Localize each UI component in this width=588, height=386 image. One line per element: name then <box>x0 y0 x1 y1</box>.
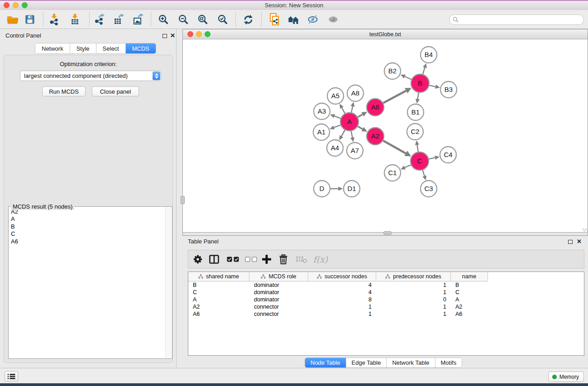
table-row[interactable]: A2connector11A2 <box>188 303 584 310</box>
tab-network[interactable]: Network <box>35 43 70 53</box>
save-session-button[interactable] <box>22 11 38 28</box>
deselect-all-button[interactable] <box>244 250 258 268</box>
refresh-layout-button[interactable] <box>240 11 256 28</box>
graph-node-C[interactable]: C <box>411 152 429 170</box>
table-settings-button[interactable] <box>191 250 204 268</box>
zoom-fit-button[interactable] <box>195 11 211 28</box>
tab-network-table[interactable]: Network Table <box>387 358 435 367</box>
memory-button[interactable]: Memory <box>548 372 584 382</box>
zoom-in-button[interactable] <box>155 11 172 28</box>
graph-node-A8[interactable]: A8 <box>347 85 363 101</box>
close-panel-button[interactable]: Close panel <box>92 86 139 96</box>
graph-edge-A-A1[interactable] <box>334 125 341 127</box>
graph-node-A1[interactable]: A1 <box>313 124 330 140</box>
task-history-button[interactable] <box>5 371 18 381</box>
graph-edge-A2-C[interactable] <box>383 141 406 153</box>
delete-table-button[interactable] <box>295 250 308 268</box>
graph-node-A[interactable]: A <box>340 113 359 131</box>
export-table-button[interactable] <box>110 11 127 28</box>
tab-select[interactable]: Select <box>96 43 126 53</box>
show-columns-button[interactable] <box>208 250 220 268</box>
zoom-out-button[interactable] <box>175 11 191 28</box>
tab-mcds[interactable]: MCDS <box>126 43 156 53</box>
graph-node-D[interactable]: D <box>314 181 330 197</box>
graph-node-C4[interactable]: C4 <box>440 147 456 163</box>
node-table[interactable]: shared nameMCDS rolesuccessor nodesprede… <box>188 272 584 356</box>
tab-node-table[interactable]: Node Table <box>305 358 346 367</box>
add-column-button[interactable] <box>260 250 273 268</box>
table-row[interactable]: Bdominator41B <box>188 281 584 289</box>
import-table-button[interactable] <box>67 11 83 28</box>
float-panel-icon[interactable] <box>163 34 167 38</box>
graph-edge-A-A6[interactable] <box>358 114 363 117</box>
tab-style[interactable]: Style <box>70 43 96 53</box>
graph-edge-A-A7[interactable] <box>351 131 353 138</box>
graph-node-B1[interactable]: B1 <box>407 104 424 120</box>
network-vertical-scrollbar[interactable] <box>181 196 185 204</box>
mcds-result-item[interactable]: A <box>11 215 170 223</box>
home-button[interactable] <box>285 11 301 28</box>
graph-edge-C-C3[interactable] <box>423 170 425 176</box>
graph-node-B4[interactable]: B4 <box>421 47 437 63</box>
graph-edge-B-B2[interactable] <box>405 76 411 80</box>
table-row[interactable]: Cdominator41C <box>188 289 584 296</box>
network-horizontal-scrollbar[interactable] <box>383 231 392 235</box>
column-header-name[interactable]: name <box>451 272 488 281</box>
graph-edge-C-C2[interactable] <box>417 145 418 152</box>
graph-edge-A-A8[interactable] <box>351 106 353 112</box>
result-scrollbar[interactable] <box>165 207 172 358</box>
import-network-button[interactable] <box>46 11 62 28</box>
graph-node-A2[interactable]: A2 <box>367 128 384 145</box>
graph-node-D1[interactable]: D1 <box>344 181 360 197</box>
column-header-shared-name[interactable]: shared name <box>188 272 249 281</box>
table-row[interactable]: Adominator80A <box>188 296 584 303</box>
export-network-button[interactable] <box>91 11 108 28</box>
graph-edge-A-A5[interactable] <box>342 108 345 114</box>
graph-node-C1[interactable]: C1 <box>384 165 401 181</box>
graph-edge-A6-B[interactable] <box>383 91 406 103</box>
graph-node-A5[interactable]: A5 <box>327 88 344 104</box>
column-header-predecessor-nodes[interactable]: predecessor nodes <box>376 272 451 281</box>
search-field[interactable] <box>449 14 584 25</box>
tab-edge-table[interactable]: Edge Table <box>346 358 387 367</box>
hide-selected-button[interactable] <box>305 11 321 28</box>
zoom-selected-button[interactable] <box>215 11 231 28</box>
function-builder-button[interactable]: f(x) <box>311 250 330 268</box>
graph-edge-A-A3[interactable] <box>335 116 341 118</box>
resize-grip-icon[interactable] <box>583 227 588 232</box>
graph-node-C3[interactable]: C3 <box>421 181 437 197</box>
graph-node-A7[interactable]: A7 <box>347 143 363 159</box>
graph-edge-A-A2[interactable] <box>358 126 363 129</box>
graph-edge-C-C4[interactable] <box>429 157 435 159</box>
graph-node-B2[interactable]: B2 <box>384 63 401 79</box>
close-panel-icon[interactable]: ✕ <box>170 33 175 38</box>
table-row[interactable]: A6connector11A6 <box>188 310 584 318</box>
graph-node-C2[interactable]: C2 <box>407 124 423 140</box>
graph-edge-B-B1[interactable] <box>418 93 419 99</box>
close-table-panel-icon[interactable]: ✕ <box>577 239 582 244</box>
network-canvas[interactable]: B4B2BB3A8A5A6A3B1AA1C2A2A4A7C4CC1DC3D1 <box>183 39 588 233</box>
mcds-result-item[interactable]: C <box>11 230 170 238</box>
tab-motifs[interactable]: Motifs <box>435 358 462 367</box>
graph-node-A4[interactable]: A4 <box>327 140 343 156</box>
graph-node-A3[interactable]: A3 <box>314 103 330 119</box>
column-header-MCDS-role[interactable]: MCDS role <box>249 272 308 281</box>
graph-edge-B-B4[interactable] <box>423 67 425 74</box>
run-mcds-button[interactable]: Run MCDS <box>42 86 86 96</box>
search-input[interactable] <box>459 17 583 23</box>
column-header-successor-nodes[interactable]: successor nodes <box>308 272 376 281</box>
mcds-result-item[interactable]: A6 <box>11 238 170 245</box>
graph-node-B[interactable]: B <box>411 74 429 92</box>
open-session-button[interactable] <box>5 11 21 28</box>
optimization-select[interactable]: largest connected component (directed) <box>20 71 161 81</box>
graph-node-A6[interactable]: A6 <box>367 99 384 116</box>
graph-edge-A-A4[interactable] <box>341 130 345 136</box>
graph-edge-C-C1[interactable] <box>405 165 411 167</box>
show-all-button[interactable] <box>325 11 341 28</box>
select-all-button[interactable] <box>226 250 240 268</box>
graph-edge-B-B3[interactable] <box>429 86 435 87</box>
network-from-selection-button[interactable] <box>266 11 282 28</box>
graph-node-B3[interactable]: B3 <box>440 81 457 98</box>
mcds-result-item[interactable]: B <box>11 223 170 230</box>
delete-column-button[interactable] <box>277 250 290 268</box>
